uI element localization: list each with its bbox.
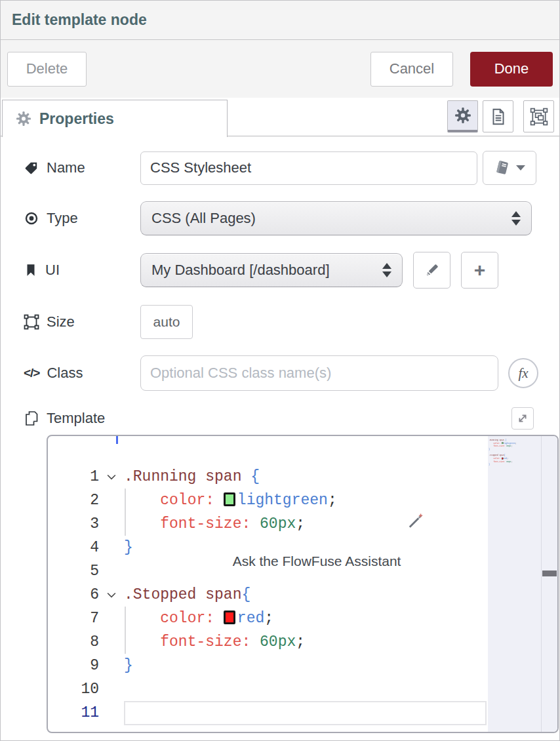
caret-down-icon [516,165,525,170]
class-input[interactable] [140,355,498,391]
document-icon [490,108,507,126]
select-arrows-icon [382,263,391,277]
gear-icon [16,111,31,127]
edit-ui-button[interactable] [413,252,450,289]
delete-button[interactable]: Delete [7,52,87,87]
properties-form: Name [1,136,559,733]
fx-button[interactable]: fx [508,358,538,388]
expand-icon [516,412,529,425]
editor-lines[interactable]: 1.Running span {2 color: lightgreen;3 fo… [48,465,488,725]
name-row: Name [24,151,559,185]
tab-button-properties[interactable] [447,100,478,132]
class-row: </> Class fx [24,355,559,391]
plus-icon: + [474,260,486,280]
size-row: Size auto [24,305,559,339]
dot-circle-icon [24,210,39,226]
tab-properties[interactable]: Properties [2,100,228,137]
editor-main[interactable]: Ask the FlowFuse Assistant 1.Running spa… [48,436,488,732]
tab-bar: Properties [1,98,559,136]
tab-button-appearance[interactable] [523,100,554,132]
template-code-editor[interactable]: Ask the FlowFuse Assistant 1.Running spa… [47,435,559,733]
type-row: Type CSS (All Pages) [24,201,559,235]
code-icon: </> [24,366,39,380]
type-label: Type [24,210,140,227]
name-input[interactable] [140,151,477,185]
done-button[interactable]: Done [470,52,553,87]
size-auto-button[interactable]: auto [140,305,193,339]
size-label: Size [24,313,140,330]
editor-minimap[interactable]: .Running span { color: lightgreen; font-… [488,436,542,732]
select-arrows-icon [511,211,521,226]
editor-scrollbar-thumb[interactable] [542,571,557,576]
expand-editor-button[interactable] [511,407,534,430]
assistant-hint-row[interactable]: Ask the FlowFuse Assistant [48,441,488,465]
edit-template-node-dialog: Edit template node Delete Cancel Done [0,0,560,741]
tag-icon [24,160,39,176]
ui-row: UI My Dashboard [/dashboard] [24,252,559,289]
appearance-icon [530,108,548,126]
ui-select[interactable]: My Dashboard [/dashboard] [140,253,403,287]
tab-properties-label: Properties [39,110,114,128]
ui-label: UI [24,262,140,279]
gear-icon [454,107,471,124]
pencil-icon [424,262,441,279]
fx-icon: fx [518,365,528,382]
name-label: Name [24,159,140,176]
type-select[interactable]: CSS (All Pages) [140,201,532,235]
dialog-button-bar: Delete Cancel Done [1,40,559,98]
cancel-button[interactable]: Cancel [370,52,453,87]
page-title: Edit template node [12,11,147,29]
minimap-content: .Running span { color: lightgreen; font-… [488,436,495,472]
editor-cursor [116,436,118,444]
add-ui-button[interactable]: + [461,252,498,289]
bookmark-icon [24,262,38,278]
library-button[interactable] [483,151,536,185]
copy-icon [24,410,39,427]
template-row: Template [24,407,559,430]
editor-scrollbar[interactable] [542,436,557,732]
template-label: Template [24,410,140,427]
book-icon [494,159,511,176]
size-handles-icon [24,314,39,330]
tab-button-description[interactable] [483,100,513,132]
class-label: </> Class [24,365,140,382]
dialog-header: Edit template node [1,1,559,40]
